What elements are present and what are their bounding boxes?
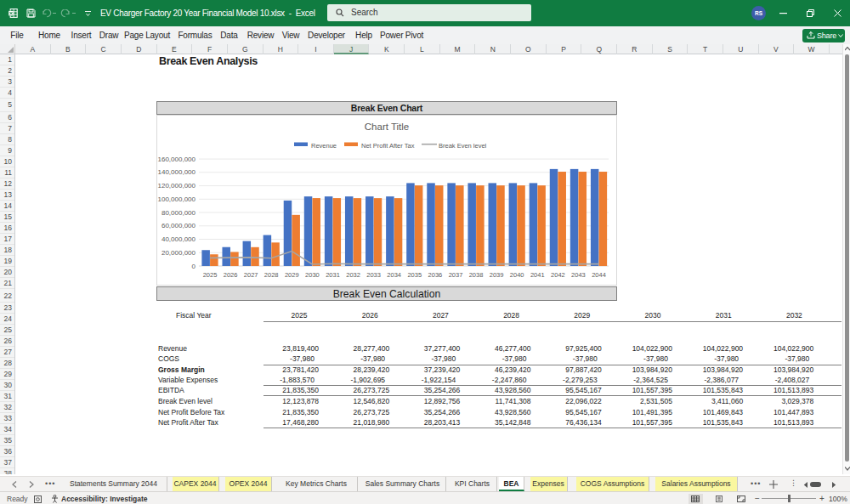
svg-text:40,000,000: 40,000,000 bbox=[162, 235, 196, 243]
svg-text:2027: 2027 bbox=[244, 271, 258, 279]
svg-text:2038: 2038 bbox=[469, 271, 484, 279]
svg-text:2030: 2030 bbox=[305, 271, 320, 279]
svg-text:2036: 2036 bbox=[428, 271, 443, 279]
svg-text:2033: 2033 bbox=[366, 271, 381, 279]
svg-text:2039: 2039 bbox=[490, 271, 504, 279]
svg-text:Chart Title: Chart Title bbox=[365, 122, 409, 132]
svg-text:160,000,000: 160,000,000 bbox=[158, 156, 196, 163]
svg-text:80,000,000: 80,000,000 bbox=[162, 209, 196, 217]
svg-text:2035: 2035 bbox=[407, 271, 422, 279]
svg-text:Break Even level: Break Even level bbox=[439, 142, 487, 150]
svg-text:120,000,000: 120,000,000 bbox=[158, 182, 196, 190]
svg-text:2042: 2042 bbox=[551, 271, 565, 279]
svg-text:2034: 2034 bbox=[387, 271, 401, 279]
svg-text:2044: 2044 bbox=[592, 271, 606, 279]
svg-text:2043: 2043 bbox=[571, 271, 586, 279]
svg-text:Net Profit After Tax: Net Profit After Tax bbox=[361, 142, 415, 150]
svg-text:20,000,000: 20,000,000 bbox=[162, 249, 196, 257]
svg-text:2029: 2029 bbox=[285, 271, 299, 279]
svg-text:2040: 2040 bbox=[510, 271, 524, 279]
svg-text:60,000,000: 60,000,000 bbox=[162, 222, 196, 229]
svg-text:Revenue: Revenue bbox=[311, 142, 337, 150]
svg-text:0: 0 bbox=[192, 263, 196, 270]
svg-text:2026: 2026 bbox=[224, 271, 238, 279]
svg-text:2031: 2031 bbox=[326, 271, 340, 279]
svg-text:2028: 2028 bbox=[264, 271, 279, 279]
svg-text:2037: 2037 bbox=[449, 271, 463, 279]
svg-text:2032: 2032 bbox=[346, 271, 360, 279]
svg-text:2041: 2041 bbox=[530, 271, 545, 279]
svg-text:100,000,000: 100,000,000 bbox=[158, 195, 196, 203]
svg-text:2025: 2025 bbox=[203, 271, 218, 279]
svg-text:140,000,000: 140,000,000 bbox=[158, 168, 196, 176]
